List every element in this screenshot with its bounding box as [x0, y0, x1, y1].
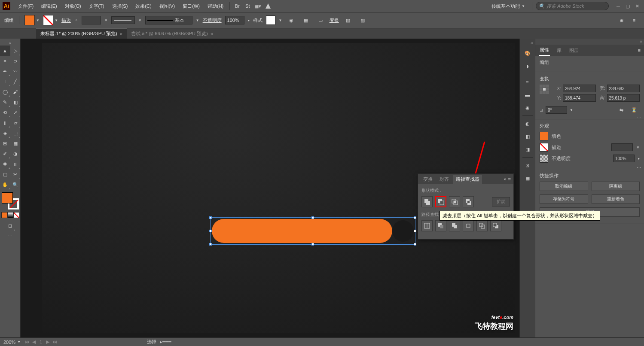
gradient-tool-icon[interactable]: ▦: [10, 138, 21, 149]
tab-libraries[interactable]: 库: [556, 46, 562, 55]
pathfinder-panel[interactable]: 变换 对齐 路径查找器 »≡ 形状模式： 扩展 路径查找: [418, 173, 514, 240]
slice-tool-icon[interactable]: ✂: [10, 169, 21, 179]
height-input[interactable]: 25.619 p: [607, 94, 640, 102]
reference-point-selector[interactable]: [540, 85, 549, 94]
toolbox-collapse-icon[interactable]: «: [0, 40, 20, 46]
panel-menu-icon[interactable]: ≡: [508, 176, 511, 182]
stroke-profile-dropdown[interactable]: [111, 16, 135, 24]
stroke-swatch[interactable]: [43, 15, 53, 25]
menu-help[interactable]: 帮助(H): [204, 1, 227, 11]
float-tab-pathfinder[interactable]: 路径查找器: [453, 175, 482, 184]
opacity-label[interactable]: 不透明度: [203, 17, 222, 24]
panel-menu-icon[interactable]: ≡: [629, 15, 640, 26]
menu-select[interactable]: 选择(S): [109, 1, 131, 11]
fill-stroke-indicator[interactable]: [2, 192, 19, 209]
eraser-tool-icon[interactable]: ◧: [10, 97, 21, 107]
menu-edit[interactable]: 编辑(E): [38, 1, 61, 11]
menu-object[interactable]: 对象(O): [61, 1, 85, 11]
shaper-tool-icon[interactable]: ✎: [0, 97, 10, 107]
stroke-swatch[interactable]: [540, 143, 548, 152]
transparency-panel-icon[interactable]: ◨: [522, 143, 534, 155]
workspace-selector[interactable]: 传统基本功能▼: [488, 2, 528, 11]
stroke-weight-dropdown[interactable]: [611, 143, 633, 151]
bridge-icon[interactable]: Br: [232, 1, 242, 11]
tab-layers[interactable]: 图层: [568, 46, 580, 55]
screen-mode-icon[interactable]: ⊡: [5, 221, 15, 231]
artboard-tool-icon[interactable]: ▢: [0, 169, 10, 179]
document-tab-2[interactable]: 尝试.ai* @ 66.67% (RGB/GPU 预览)×: [127, 28, 217, 39]
zoom-level-input[interactable]: 200%: [3, 340, 15, 345]
float-tab-transform[interactable]: 变换: [421, 175, 435, 184]
shape-builder-tool-icon[interactable]: ◈: [0, 128, 10, 138]
width-input[interactable]: 234.683: [607, 85, 640, 92]
more-options-icon[interactable]: ⋯: [637, 165, 641, 171]
menu-type[interactable]: 文字(T): [85, 1, 108, 11]
brushes-panel-icon[interactable]: ▬: [522, 89, 534, 101]
expand-button[interactable]: 扩展: [492, 197, 510, 206]
divide-icon[interactable]: [421, 220, 433, 231]
document-tab-1[interactable]: 未标题-1* @ 200% (RGB/GPU 预览)×: [36, 28, 127, 39]
minus-front-icon[interactable]: [435, 196, 446, 207]
fill-swatch[interactable]: [540, 132, 548, 140]
tab-properties[interactable]: 属性: [539, 45, 550, 56]
mesh-tool-icon[interactable]: ⊞: [0, 138, 10, 149]
free-transform-tool-icon[interactable]: ▱: [10, 118, 21, 128]
brush-dropdown[interactable]: 基本: [145, 16, 192, 24]
prefs-icon[interactable]: ⊞: [616, 15, 627, 26]
fill-dropdown-icon[interactable]: ▼: [36, 18, 40, 22]
artboard-navigation[interactable]: ⏮◀1▶⏭: [24, 339, 58, 345]
maximize-icon[interactable]: ▢: [623, 3, 632, 9]
opacity-swatch[interactable]: [540, 154, 548, 163]
menu-file[interactable]: 文件(F): [15, 1, 37, 11]
ellipse-tool-icon[interactable]: ◯: [0, 87, 10, 97]
stroke-panel-icon[interactable]: ◐: [522, 118, 534, 130]
transform-link[interactable]: 变换: [330, 17, 339, 24]
swatches-panel-icon[interactable]: ≡: [522, 76, 534, 88]
flip-vertical-icon[interactable]: ⏳: [629, 104, 640, 115]
graph-tool-icon[interactable]: ⫼: [10, 159, 21, 169]
hand-tool-icon[interactable]: ✋: [0, 179, 10, 190]
recolor-button[interactable]: 重新着色: [592, 194, 640, 204]
envelope-icon[interactable]: ▧: [342, 15, 354, 26]
minimize-icon[interactable]: ─: [614, 3, 623, 9]
fill-swatch[interactable]: [24, 15, 35, 25]
merge-icon[interactable]: [449, 220, 460, 231]
lasso-tool-icon[interactable]: ⊃: [10, 56, 21, 66]
scale-tool-icon[interactable]: ⤢: [10, 107, 21, 118]
recolor-icon[interactable]: ◉: [286, 15, 297, 26]
appearance-panel-icon[interactable]: ⊡: [522, 159, 534, 171]
intersect-icon[interactable]: [449, 196, 460, 207]
paintbrush-tool-icon[interactable]: 🖌: [10, 87, 21, 97]
gpu-icon[interactable]: [263, 1, 273, 11]
search-input[interactable]: 🔍 搜索 Adobe Stock: [536, 2, 609, 10]
flip-horizontal-icon[interactable]: ⇋: [616, 104, 627, 115]
symbol-sprayer-tool-icon[interactable]: ✱: [0, 159, 10, 169]
tab-close-icon[interactable]: ×: [120, 31, 122, 36]
exclude-icon[interactable]: [463, 196, 474, 207]
arrange-documents-icon[interactable]: ▦▾: [253, 1, 262, 11]
menu-view[interactable]: 视图(V): [156, 1, 179, 11]
selected-shape-group[interactable]: [212, 219, 414, 243]
shape-icon[interactable]: ▭: [315, 15, 326, 26]
stroke-weight-input[interactable]: [82, 16, 101, 24]
symbols-panel-icon[interactable]: ◉: [522, 102, 534, 114]
eyedropper-tool-icon[interactable]: ✐: [0, 149, 10, 159]
edit-toolbar-icon[interactable]: ⋯: [5, 231, 15, 241]
width-tool-icon[interactable]: ⫿: [0, 118, 10, 128]
pen-tool-icon[interactable]: ✒: [0, 66, 10, 76]
minus-back-icon[interactable]: [490, 220, 501, 231]
panel-collapse-icon[interactable]: »: [535, 39, 644, 45]
line-tool-icon[interactable]: ╱: [10, 76, 21, 87]
status-slider-icon[interactable]: ▸━━━: [160, 339, 171, 345]
opacity-value-input[interactable]: 100%: [613, 155, 635, 162]
direct-selection-tool-icon[interactable]: ▷: [10, 46, 21, 56]
none-mode-icon[interactable]: [13, 212, 19, 218]
envelope2-icon[interactable]: ▨: [357, 15, 368, 26]
save-symbol-button[interactable]: 存储为符号: [540, 194, 588, 204]
crop-icon[interactable]: [463, 220, 474, 231]
blend-tool-icon[interactable]: ◑: [10, 149, 21, 159]
trim-icon[interactable]: [435, 220, 446, 231]
y-input[interactable]: 188.474: [563, 94, 596, 102]
menu-window[interactable]: 窗口(W): [179, 1, 203, 11]
rotate-tool-icon[interactable]: ⟲: [0, 107, 10, 118]
